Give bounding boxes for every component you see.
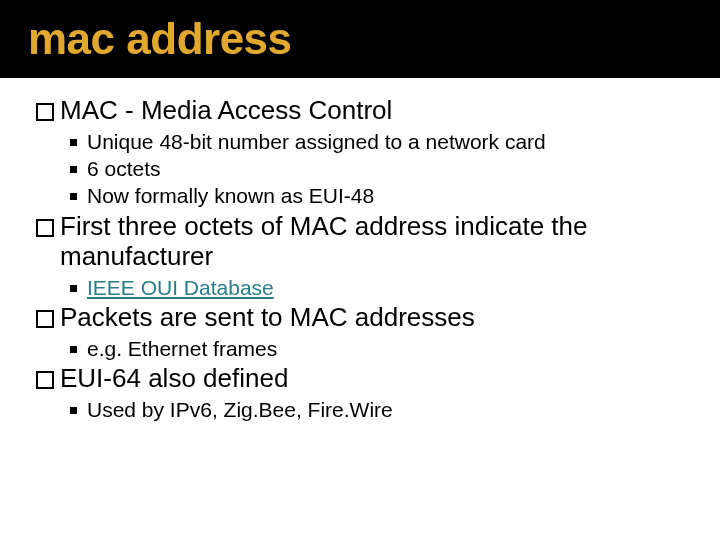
bullet-item: EUI-64 also defined [36,364,684,394]
sub-list: Unique 48-bit number assigned to a netwo… [70,128,684,210]
sub-bullet-text: Used by IPv6, Zig.Bee, Fire.Wire [87,396,393,423]
bullet-text: Packets are sent to MAC addresses [60,303,475,333]
bullet-text: EUI-64 also defined [60,364,288,394]
slide: mac address MAC - Media Access Control U… [0,0,720,540]
sub-bullet-text: 6 octets [87,155,161,182]
small-square-icon [70,139,77,146]
small-square-icon [70,285,77,292]
small-square-icon [70,193,77,200]
ieee-oui-link[interactable]: IEEE OUI Database [87,274,274,301]
sub-bullet-item: Now formally known as EUI-48 [70,182,684,209]
sub-bullet-text: Unique 48-bit number assigned to a netwo… [87,128,546,155]
small-square-icon [70,346,77,353]
slide-body: MAC - Media Access Control Unique 48-bit… [0,78,720,425]
sub-bullet-text: Now formally known as EUI-48 [87,182,374,209]
sub-bullet-item: 6 octets [70,155,684,182]
sub-list: IEEE OUI Database [70,274,684,301]
sub-list: e.g. Ethernet frames [70,335,684,362]
bullet-item: Packets are sent to MAC addresses [36,303,684,333]
sub-bullet-item: e.g. Ethernet frames [70,335,684,362]
small-square-icon [70,407,77,414]
square-bullet-icon [36,371,54,389]
sub-bullet-item: Unique 48-bit number assigned to a netwo… [70,128,684,155]
bullet-item: First three octets of MAC address indica… [36,212,684,272]
square-bullet-icon [36,103,54,121]
sub-bullet-item: IEEE OUI Database [70,274,684,301]
bullet-text: MAC - Media Access Control [60,96,392,126]
small-square-icon [70,166,77,173]
sub-bullet-item: Used by IPv6, Zig.Bee, Fire.Wire [70,396,684,423]
slide-title: mac address [28,14,692,64]
sub-list: Used by IPv6, Zig.Bee, Fire.Wire [70,396,684,423]
square-bullet-icon [36,310,54,328]
title-bar: mac address [0,0,720,78]
sub-bullet-text: e.g. Ethernet frames [87,335,277,362]
bullet-text: First three octets of MAC address indica… [60,212,684,272]
bullet-item: MAC - Media Access Control [36,96,684,126]
square-bullet-icon [36,219,54,237]
